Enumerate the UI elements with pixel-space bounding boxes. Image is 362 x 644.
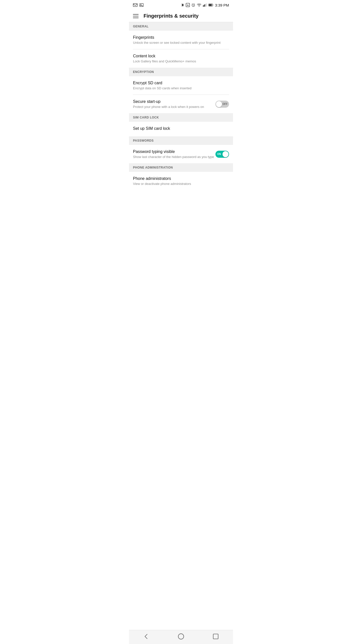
svg-rect-13 bbox=[213, 5, 213, 6]
phone-admin-title: Phone administrators bbox=[133, 176, 229, 181]
encrypt-sd-item[interactable]: Encrypt SD card Encrypt data on SD cards… bbox=[129, 76, 233, 95]
section-general-header: GENERAL bbox=[129, 22, 233, 31]
menu-button[interactable] bbox=[133, 14, 139, 18]
sim-lock-title: Set up SIM card lock bbox=[133, 126, 229, 131]
content-lock-item[interactable]: Content lock Lock Gallery files and Quic… bbox=[129, 49, 233, 68]
encrypt-sd-title: Encrypt SD card bbox=[133, 81, 229, 85]
fingerprints-item[interactable]: Fingerprints Unlock the screen or see lo… bbox=[129, 31, 233, 49]
secure-startup-toggle-label: OFF bbox=[222, 103, 228, 105]
password-visible-item[interactable]: Password typing visible Show last charac… bbox=[129, 145, 233, 163]
sim-lock-item[interactable]: Set up SIM card lock bbox=[129, 122, 233, 136]
svg-rect-11 bbox=[206, 4, 207, 7]
svg-point-6 bbox=[199, 6, 199, 7]
secure-startup-subtitle: Protect your phone with a lock when it p… bbox=[133, 105, 215, 109]
svg-rect-8 bbox=[204, 5, 204, 7]
alarm-icon bbox=[191, 3, 195, 7]
encrypt-sd-subtitle: Encrypt data on SD cards when inserted bbox=[133, 86, 229, 90]
status-left-icons bbox=[133, 3, 144, 7]
phone-admin-subtitle: View or deactivate phone administrators bbox=[133, 182, 229, 186]
hamburger-line-1 bbox=[133, 14, 139, 15]
status-time: 3:39 PM bbox=[215, 3, 229, 7]
hamburger-line-3 bbox=[133, 18, 139, 18]
secure-startup-title: Secure start-up bbox=[133, 99, 215, 104]
password-visible-content: Password typing visible Show last charac… bbox=[133, 149, 215, 159]
fingerprints-title: Fingerprints bbox=[133, 35, 229, 40]
signal-icon bbox=[203, 3, 207, 7]
sim-lock-content: Set up SIM card lock bbox=[133, 126, 229, 132]
page-title: Fingerprints & security bbox=[144, 13, 199, 19]
svg-rect-10 bbox=[205, 4, 206, 7]
password-visible-title: Password typing visible bbox=[133, 149, 215, 154]
svg-rect-7 bbox=[203, 6, 203, 7]
password-visible-toggle-knob bbox=[222, 151, 229, 157]
hamburger-line-2 bbox=[133, 16, 139, 16]
section-passwords-header: PASSWORDS bbox=[129, 136, 233, 145]
secure-startup-toggle[interactable]: OFF bbox=[215, 101, 229, 108]
password-visible-subtitle: Show last character of the hidden passwo… bbox=[133, 155, 215, 159]
fingerprints-subtitle: Unlock the screen or see locked content … bbox=[133, 41, 229, 45]
password-visible-toggle[interactable]: ON bbox=[215, 151, 229, 158]
secure-startup-toggle-knob bbox=[216, 101, 222, 107]
status-right-icons: N 3:39 PM bbox=[181, 3, 229, 7]
image-icon bbox=[140, 3, 144, 7]
bluetooth-icon bbox=[181, 3, 184, 7]
battery-icon bbox=[208, 3, 213, 7]
fingerprints-content: Fingerprints Unlock the screen or see lo… bbox=[133, 35, 229, 45]
content-lock-content: Content lock Lock Gallery files and Quic… bbox=[133, 54, 229, 63]
content-lock-title: Content lock bbox=[133, 54, 229, 58]
main-content: GENERAL Fingerprints Unlock the screen o… bbox=[129, 22, 233, 203]
svg-rect-0 bbox=[133, 4, 138, 7]
svg-rect-9 bbox=[205, 4, 205, 7]
secure-startup-item[interactable]: Secure start-up Protect your phone with … bbox=[129, 95, 233, 113]
secure-startup-content: Secure start-up Protect your phone with … bbox=[133, 99, 215, 109]
wifi-icon bbox=[197, 3, 201, 7]
phone-admin-content: Phone administrators View or deactivate … bbox=[133, 176, 229, 186]
status-bar: N 3:39 PM bbox=[129, 0, 233, 10]
app-header: Fingerprints & security bbox=[129, 10, 233, 22]
svg-rect-14 bbox=[209, 4, 212, 6]
section-sim-header: SIM CARD LOCK bbox=[129, 113, 233, 122]
password-visible-toggle-label: ON bbox=[217, 153, 221, 155]
svg-text:N: N bbox=[187, 4, 189, 7]
nfc-icon: N bbox=[186, 3, 190, 7]
content-lock-subtitle: Lock Gallery files and QuickMemo+ memos bbox=[133, 59, 229, 63]
email-icon bbox=[133, 3, 138, 7]
section-encryption-header: ENCRYPTION bbox=[129, 68, 233, 76]
section-phone-admin-header: PHONE ADMINISTRATION bbox=[129, 163, 233, 172]
encrypt-sd-content: Encrypt SD card Encrypt data on SD cards… bbox=[133, 81, 229, 90]
phone-admin-item[interactable]: Phone administrators View or deactivate … bbox=[129, 172, 233, 189]
